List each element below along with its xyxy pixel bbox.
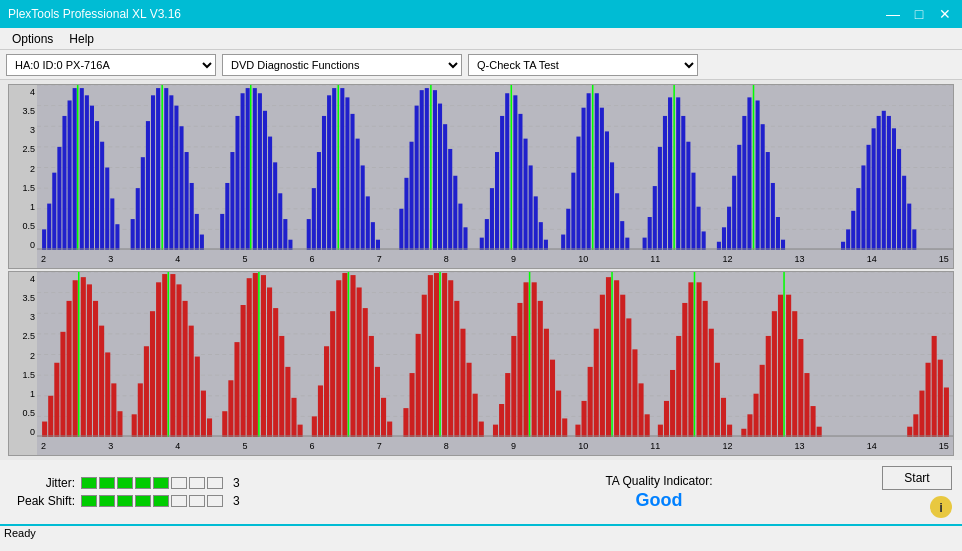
bottom-panel: Jitter: 3 Peak Shift: [0, 460, 962, 524]
svg-rect-53 [283, 219, 287, 250]
bottom-chart-panel: 4 3.5 3 2.5 2 1.5 1 0.5 0 [8, 271, 954, 456]
svg-rect-60 [332, 88, 336, 250]
menu-options[interactable]: Options [4, 30, 61, 48]
x-label-6-bottom: 6 [310, 441, 315, 451]
svg-rect-224 [428, 275, 433, 437]
svg-rect-67 [366, 196, 370, 250]
svg-rect-117 [668, 97, 672, 250]
svg-rect-102 [582, 108, 586, 250]
svg-rect-291 [932, 336, 937, 437]
svg-rect-222 [416, 334, 421, 437]
ta-quality-value: Good [636, 490, 683, 511]
svg-rect-91 [513, 95, 517, 250]
svg-rect-103 [587, 93, 591, 250]
svg-rect-252 [606, 277, 611, 437]
title-bar-controls: — □ ✕ [884, 5, 954, 23]
menu-help[interactable]: Help [61, 30, 102, 48]
svg-rect-134 [761, 124, 765, 250]
svg-rect-109 [615, 193, 619, 250]
svg-rect-25 [131, 219, 135, 250]
svg-rect-119 [676, 97, 680, 250]
svg-rect-281 [786, 295, 791, 437]
svg-rect-169 [73, 280, 78, 437]
info-icon[interactable]: i [930, 496, 952, 518]
svg-rect-11 [52, 173, 56, 250]
jitter-bar-1 [81, 477, 97, 489]
svg-rect-260 [658, 425, 663, 437]
svg-rect-232 [473, 394, 478, 437]
svg-rect-24 [115, 224, 119, 250]
svg-rect-78 [438, 104, 442, 250]
svg-rect-207 [318, 385, 323, 437]
toolbar: HA:0 ID:0 PX-716A DVD Diagnostic Functio… [0, 50, 962, 80]
y-label-4-bottom: 4 [11, 274, 35, 284]
svg-rect-129 [737, 145, 741, 250]
svg-rect-225 [434, 273, 439, 437]
x-label-7-top: 7 [377, 254, 382, 264]
app-title: PlexTools Professional XL V3.16 [8, 7, 181, 21]
start-button[interactable]: Start [882, 466, 952, 490]
svg-rect-43 [235, 116, 239, 250]
function-selector[interactable]: DVD Diagnostic Functions [222, 54, 462, 76]
svg-rect-58 [322, 116, 326, 250]
svg-rect-194 [234, 342, 239, 437]
status-bar: Ready [0, 524, 962, 540]
svg-rect-178 [132, 414, 137, 437]
close-button[interactable]: ✕ [936, 5, 954, 23]
svg-rect-36 [185, 152, 189, 250]
svg-rect-271 [721, 398, 726, 437]
svg-rect-128 [732, 176, 736, 250]
svg-rect-208 [324, 346, 329, 437]
svg-rect-56 [312, 188, 316, 250]
svg-rect-250 [594, 329, 599, 437]
svg-rect-9 [42, 229, 46, 250]
svg-rect-175 [105, 352, 110, 437]
jitter-bar [81, 477, 223, 489]
svg-rect-248 [582, 401, 587, 437]
svg-rect-219 [387, 422, 392, 437]
svg-rect-144 [866, 145, 870, 250]
svg-rect-278 [772, 311, 777, 437]
svg-rect-283 [798, 339, 803, 437]
svg-rect-181 [150, 311, 155, 437]
svg-rect-272 [727, 425, 732, 437]
svg-rect-99 [566, 209, 570, 250]
y-label-2-top: 2 [11, 164, 35, 174]
svg-rect-66 [361, 165, 365, 250]
svg-rect-206 [312, 416, 317, 437]
svg-rect-83 [463, 227, 467, 250]
maximize-button[interactable]: □ [910, 5, 928, 23]
svg-rect-133 [756, 100, 760, 250]
peak-bar-1 [81, 495, 97, 507]
svg-rect-13 [62, 116, 66, 250]
svg-rect-255 [620, 295, 625, 437]
test-selector[interactable]: Q-Check TA Test [468, 54, 698, 76]
x-label-7-bottom: 7 [377, 441, 382, 451]
svg-rect-57 [317, 152, 321, 250]
svg-rect-10 [47, 204, 51, 250]
svg-rect-44 [241, 93, 245, 250]
svg-rect-174 [99, 326, 104, 437]
svg-rect-191 [207, 418, 212, 437]
minimize-button[interactable]: — [884, 5, 902, 23]
svg-rect-231 [467, 363, 472, 437]
svg-rect-41 [225, 183, 229, 250]
x-label-11-bottom: 11 [650, 441, 660, 451]
svg-rect-204 [291, 398, 296, 437]
svg-rect-262 [670, 370, 675, 437]
svg-rect-246 [562, 418, 567, 437]
x-label-13-bottom: 13 [795, 441, 805, 451]
svg-rect-105 [595, 93, 599, 250]
x-label-9-bottom: 9 [511, 441, 516, 451]
svg-rect-143 [861, 165, 865, 250]
svg-rect-245 [556, 391, 561, 437]
peak-bar-5 [153, 495, 169, 507]
y-label-1-top: 1 [11, 202, 35, 212]
svg-rect-165 [48, 396, 53, 437]
x-label-14-top: 14 [867, 254, 877, 264]
drive-selector[interactable]: HA:0 ID:0 PX-716A [6, 54, 216, 76]
svg-rect-218 [381, 398, 386, 437]
svg-rect-80 [448, 149, 452, 250]
svg-rect-192 [222, 411, 227, 437]
svg-rect-223 [422, 295, 427, 437]
